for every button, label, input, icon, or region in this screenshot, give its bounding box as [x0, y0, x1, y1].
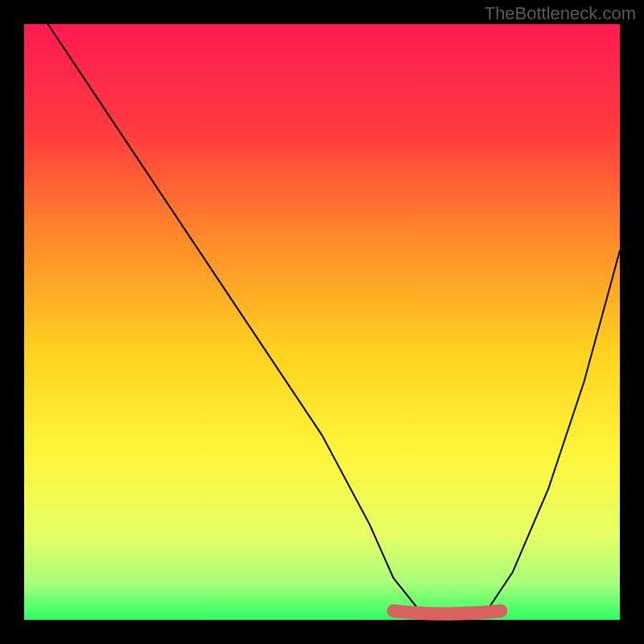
optimal-range-marker	[394, 611, 501, 614]
bottleneck-chart	[0, 0, 644, 644]
optimal-range-end-dot	[494, 605, 507, 617]
chart-frame: TheBottleneck.com	[0, 0, 644, 644]
watermark-text: TheBottleneck.com	[485, 3, 636, 24]
